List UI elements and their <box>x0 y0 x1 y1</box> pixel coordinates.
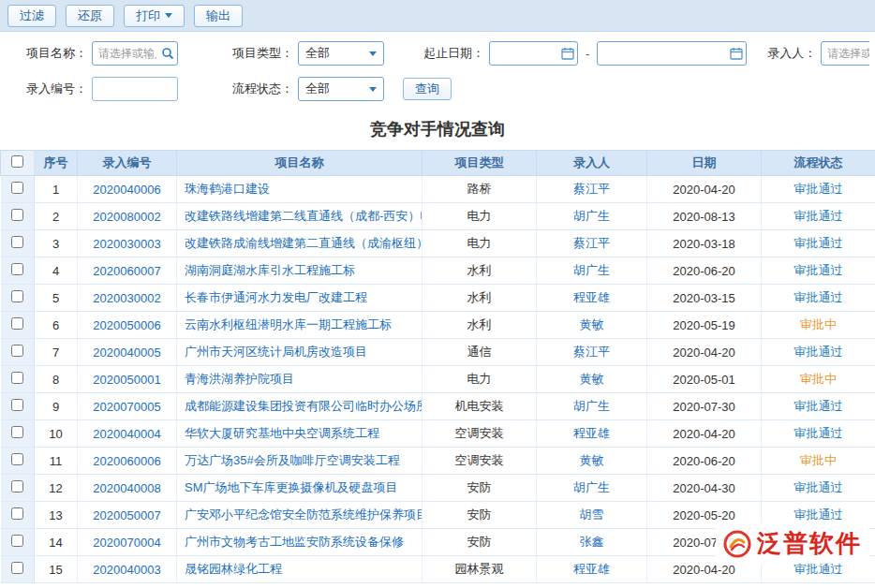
entry-person-link[interactable]: 胡广生 <box>573 480 610 494</box>
process-status-cell: 审批通过 <box>762 420 875 448</box>
entry-person-link[interactable]: 蔡江平 <box>573 345 610 359</box>
column-header-status[interactable]: 流程状态 <box>762 151 875 176</box>
process-status-cell: 审批通过 <box>762 393 875 420</box>
entry-person-link[interactable]: 黄敏 <box>580 317 604 331</box>
column-header-name[interactable]: 项目名称 <box>177 151 423 176</box>
entry-code-link[interactable]: 2020050001 <box>93 373 160 387</box>
project-name-link[interactable]: 广安邓小平纪念馆安全防范系统维护保养项目 <box>185 507 423 522</box>
entry-code-link[interactable]: 2020070005 <box>93 400 160 414</box>
table-row[interactable]: 9 2020070005 成都能源建设集团投资有限公司临时办公场所 机电安装 胡… <box>1 393 875 420</box>
row-checkbox[interactable] <box>11 562 23 574</box>
entry-code-link[interactable]: 2020040003 <box>93 563 160 577</box>
row-checkbox[interactable] <box>11 372 23 384</box>
entry-code-link[interactable]: 2020060007 <box>93 264 160 278</box>
table-row[interactable]: 10 2020040004 华软大厦研究基地中央空调系统工程 空调安装 程亚雄 … <box>1 420 875 448</box>
column-header-type[interactable]: 项目类型 <box>423 151 537 176</box>
project-name-link[interactable]: 云南水利枢纽潜明水库一期工程施工标 <box>185 317 392 331</box>
row-checkbox[interactable] <box>11 480 23 492</box>
column-header-person[interactable]: 录入人 <box>537 151 647 176</box>
row-checkbox[interactable] <box>11 453 23 465</box>
filter-row-1: 项目名称： 项目类型： 全部 <box>6 41 869 66</box>
row-checkbox[interactable] <box>11 317 23 330</box>
entry-code-input[interactable] <box>92 77 178 101</box>
entry-person-link[interactable]: 程亚雄 <box>573 426 610 440</box>
project-name-link[interactable]: 湖南洞庭湖水库引水工程施工标 <box>185 263 355 277</box>
row-checkbox[interactable] <box>11 345 23 357</box>
query-button[interactable]: 查询 <box>403 78 452 100</box>
table-row[interactable]: 3 2020030003 改建铁路成渝线增建第二直通线（成渝枢纽） 电力 蔡江平… <box>1 230 875 257</box>
project-name-link[interactable]: 华软大厦研究基地中央空调系统工程 <box>185 426 379 440</box>
entry-person-link[interactable]: 程亚雄 <box>573 290 610 304</box>
project-name-link[interactable]: 成都能源建设集团投资有限公司临时办公场所 <box>185 399 423 413</box>
entry-code-link[interactable]: 2020070004 <box>93 536 160 550</box>
column-header-date[interactable]: 日期 <box>647 151 762 176</box>
entry-code-link[interactable]: 2020060006 <box>93 454 160 468</box>
project-name-link[interactable]: 改建铁路成渝线增建第二直通线（成渝枢纽） <box>185 236 423 250</box>
column-header-code[interactable]: 录入编号 <box>78 151 177 176</box>
table-row[interactable]: 6 2020050006 云南水利枢纽潜明水库一期工程施工标 水利 黄敏 202… <box>1 312 875 339</box>
project-name-link[interactable]: 长春市伊通河水力发电厂改建工程 <box>185 290 367 304</box>
process-status-select[interactable]: 全部 <box>298 77 384 101</box>
entry-person-link[interactable]: 程亚雄 <box>573 562 610 576</box>
project-name-link[interactable]: 改建铁路线增建第二线直通线（成都-西安）电气化 <box>185 209 423 223</box>
row-checkbox[interactable] <box>11 426 23 438</box>
table-row[interactable]: 4 2020060007 湖南洞庭湖水库引水工程施工标 水利 胡广生 2020-… <box>1 257 875 285</box>
project-name-link[interactable]: 晟铭园林绿化工程 <box>185 562 282 576</box>
entry-person-link[interactable]: 胡雪 <box>580 507 604 522</box>
project-name-link[interactable]: 青海洪湖养护院项目 <box>185 372 294 386</box>
row-checkbox[interactable] <box>11 236 23 248</box>
entry-code-link[interactable]: 2020040008 <box>93 481 160 495</box>
filter-button[interactable]: 过滤 <box>7 5 56 27</box>
project-name-link[interactable]: 珠海鹤港口建设 <box>185 182 270 196</box>
entry-person-link[interactable]: 胡广生 <box>573 209 610 223</box>
table-row[interactable]: 12 2020040008 SM广场地下车库更换摄像机及硬盘项目 安防 胡广生 … <box>1 475 875 502</box>
row-checkbox[interactable] <box>11 399 23 411</box>
table-row[interactable]: 8 2020050001 青海洪湖养护院项目 电力 黄敏 2020-05-01 … <box>1 366 875 393</box>
project-name-link[interactable]: 万达广场35#会所及咖啡厅空调安装工程 <box>185 453 400 467</box>
entry-code-link[interactable]: 2020050007 <box>93 508 160 522</box>
search-icon[interactable] <box>161 47 174 60</box>
output-button[interactable]: 输出 <box>194 5 243 27</box>
entry-person-link[interactable]: 黄敏 <box>580 453 604 467</box>
select-all-checkbox[interactable] <box>11 155 23 168</box>
entry-code-link[interactable]: 2020040006 <box>93 183 160 197</box>
entry-person-link[interactable]: 蔡江平 <box>573 182 610 196</box>
entry-person-input[interactable] <box>821 41 869 66</box>
entry-person-link[interactable]: 胡广生 <box>573 263 610 277</box>
entry-code-link[interactable]: 2020040004 <box>93 427 160 441</box>
row-checkbox[interactable] <box>11 263 23 275</box>
entry-code-link[interactable]: 2020050006 <box>93 318 160 332</box>
row-checkbox[interactable] <box>11 507 23 520</box>
entry-person-link[interactable]: 黄敏 <box>580 372 604 386</box>
project-name-link[interactable]: SM广场地下车库更换摄像机及硬盘项目 <box>185 480 398 494</box>
process-status-cell: 审批通过 <box>762 203 875 230</box>
table-row[interactable]: 5 2020030002 长春市伊通河水力发电厂改建工程 水利 程亚雄 2020… <box>1 285 875 312</box>
entry-code-link[interactable]: 2020030002 <box>93 291 160 305</box>
entry-person-link[interactable]: 胡广生 <box>573 399 610 413</box>
table-row[interactable]: 11 2020060006 万达广场35#会所及咖啡厅空调安装工程 空调安装 黄… <box>1 448 875 475</box>
project-name-link[interactable]: 广州市天河区统计局机房改造项目 <box>185 345 367 359</box>
project-type-cell: 电力 <box>423 366 537 393</box>
project-type-select[interactable]: 全部 <box>298 41 384 66</box>
end-date-input[interactable] <box>597 41 747 66</box>
process-status-cell: 审批中 <box>762 312 875 339</box>
row-checkbox[interactable] <box>11 182 23 194</box>
entry-code-link[interactable]: 2020030003 <box>93 237 160 251</box>
project-name-link[interactable]: 广州市文物考古工地监安防系统设备保修 <box>185 535 404 549</box>
table-row[interactable]: 1 2020040006 珠海鹤港口建设 路桥 蔡江平 2020-04-20 审… <box>1 176 875 203</box>
row-checkbox[interactable] <box>11 535 23 547</box>
row-checkbox[interactable] <box>11 209 23 221</box>
entry-person-link[interactable]: 张鑫 <box>580 535 604 549</box>
entry-code-link[interactable]: 2020040005 <box>93 345 160 360</box>
entry-person-link[interactable]: 蔡江平 <box>573 236 610 250</box>
table-row[interactable]: 2 2020080002 改建铁路线增建第二线直通线（成都-西安）电气化 电力 … <box>1 203 875 230</box>
calendar-icon[interactable] <box>561 47 574 60</box>
column-header-no[interactable]: 序号 <box>35 151 78 176</box>
entry-code-link[interactable]: 2020080002 <box>93 210 160 224</box>
print-button[interactable]: 打印 <box>124 5 185 27</box>
restore-button[interactable]: 还原 <box>66 5 114 27</box>
table-row[interactable]: 7 2020040005 广州市天河区统计局机房改造项目 通信 蔡江平 2020… <box>1 339 875 366</box>
calendar-icon[interactable] <box>730 47 743 60</box>
row-checkbox[interactable] <box>11 290 23 302</box>
results-table: 序号 录入编号 项目名称 项目类型 录入人 日期 流程状态 1 20200400… <box>0 150 875 583</box>
